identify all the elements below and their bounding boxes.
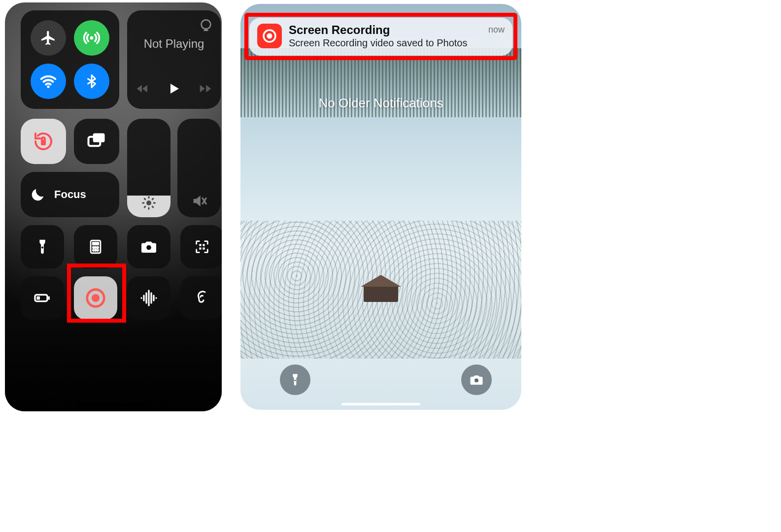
control-center-panel: Not Playing Focus: [5, 2, 222, 411]
svg-point-11: [95, 247, 97, 248]
bluetooth-icon: [84, 74, 99, 89]
sun-icon: [141, 196, 156, 210]
rotation-lock-tile[interactable]: [21, 119, 66, 164]
svg-rect-18: [203, 244, 204, 246]
speaker-mute-icon: [191, 193, 207, 209]
svg-point-15: [97, 250, 99, 251]
airplay-icon: [198, 17, 214, 33]
calculator-tile[interactable]: [74, 225, 117, 268]
camera-tile[interactable]: [127, 225, 170, 268]
svg-point-16: [146, 245, 151, 250]
ear-icon: [193, 289, 211, 307]
svg-rect-9: [93, 243, 98, 245]
moon-icon: [30, 186, 46, 203]
rotation-lock-icon: [32, 130, 55, 153]
svg-point-12: [97, 247, 99, 248]
connectivity-card: [21, 10, 119, 109]
svg-point-28: [294, 380, 296, 381]
waveform-icon: [139, 288, 159, 308]
airplane-icon: [40, 30, 57, 46]
svg-point-2: [202, 20, 211, 29]
svg-point-6: [146, 200, 151, 205]
bluetooth-toggle[interactable]: [74, 64, 109, 99]
fastforward-icon[interactable]: [198, 81, 213, 96]
lock-screen-panel: Screen Recording Screen Recording video …: [240, 4, 521, 410]
no-older-notifications-label: No Older Notifications: [240, 96, 521, 111]
svg-rect-22: [48, 297, 50, 300]
screen-mirroring-icon: [86, 131, 107, 152]
cellular-icon: [83, 29, 101, 47]
transport-controls: [127, 80, 221, 97]
flashlight-icon: [34, 238, 51, 255]
highlight-notification: [244, 13, 517, 60]
highlight-screen-record: [67, 264, 126, 323]
camera-icon: [140, 238, 158, 256]
qr-icon: [194, 238, 210, 255]
svg-point-29: [475, 378, 478, 382]
hearing-tile[interactable]: [180, 276, 222, 320]
wifi-icon: [39, 72, 58, 91]
camera-fab[interactable]: [461, 365, 492, 395]
home-indicator[interactable]: [76, 403, 150, 406]
brightness-slider[interactable]: [127, 119, 170, 217]
home-indicator[interactable]: [341, 403, 420, 405]
svg-point-14: [95, 250, 97, 251]
rewind-icon[interactable]: [135, 81, 150, 96]
flashlight-fab[interactable]: [280, 365, 310, 395]
flashlight-tile[interactable]: [21, 225, 64, 268]
battery-icon: [33, 288, 52, 308]
cellular-data-toggle[interactable]: [74, 20, 109, 56]
volume-slider[interactable]: [177, 119, 221, 217]
svg-rect-19: [199, 247, 201, 249]
low-power-tile[interactable]: [21, 276, 64, 320]
focus-label: Focus: [54, 188, 86, 201]
svg-rect-23: [36, 297, 40, 300]
svg-point-7: [41, 246, 43, 248]
airplane-mode-toggle[interactable]: [31, 20, 66, 56]
sound-recognition-tile[interactable]: [127, 276, 170, 320]
svg-rect-17: [199, 244, 201, 246]
svg-point-0: [90, 36, 94, 40]
svg-rect-20: [203, 247, 204, 249]
wallpaper-cabin: [364, 285, 398, 302]
svg-point-10: [93, 247, 94, 248]
svg-rect-5: [93, 133, 105, 142]
now-playing-label: Not Playing: [127, 37, 221, 51]
focus-tile[interactable]: Focus: [21, 172, 119, 217]
flashlight-icon: [288, 373, 302, 387]
svg-point-1: [47, 85, 49, 88]
svg-point-13: [93, 250, 94, 251]
play-icon[interactable]: [166, 80, 182, 97]
qr-scan-tile[interactable]: [180, 225, 222, 268]
wifi-toggle[interactable]: [31, 64, 66, 99]
screen-mirroring-tile[interactable]: [74, 119, 119, 164]
calculator-icon: [87, 238, 104, 255]
camera-fill-icon: [469, 372, 484, 387]
media-card[interactable]: Not Playing: [127, 10, 221, 109]
